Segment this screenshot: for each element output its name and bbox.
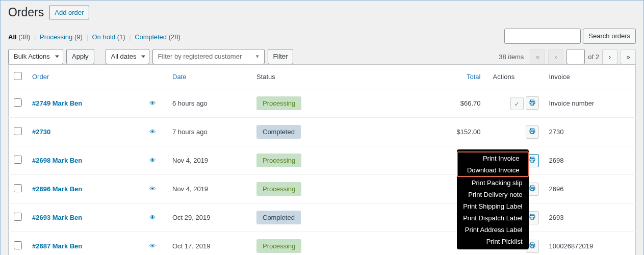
check-icon (514, 100, 519, 108)
search-input[interactable] (504, 29, 581, 44)
order-link[interactable]: #2749 Mark Ben (32, 99, 82, 107)
svg-rect-7 (531, 189, 534, 191)
print-order-button[interactable] (526, 96, 539, 110)
status-badge[interactable]: Processing (256, 239, 301, 253)
eye-icon[interactable]: 👁 (149, 242, 156, 250)
prev-page-button[interactable]: ‹ (548, 49, 563, 64)
order-date: Nov 4, 2019 (167, 175, 251, 203)
select-row-checkbox[interactable] (14, 184, 22, 192)
filter-completed[interactable]: Completed (135, 33, 167, 41)
order-date: Nov 4, 2019 (167, 146, 251, 175)
printer-icon (529, 242, 536, 250)
status-badge[interactable]: Completed (256, 125, 301, 139)
menu-print-shipping-label[interactable]: Print Shipping Label (457, 200, 528, 212)
table-row: #2687 Mark Ben 👁 Oct 17, 2019 Processing… (9, 232, 636, 256)
select-all-checkbox[interactable] (14, 72, 22, 80)
add-order-button[interactable]: Add order (49, 6, 89, 19)
select-row-checkbox[interactable] (14, 127, 22, 135)
col-actions: Actions (493, 65, 544, 89)
customer-filter[interactable]: Filter by registered customer ▼ (152, 49, 265, 64)
select-row-checkbox[interactable] (14, 213, 22, 221)
filter-button[interactable]: Filter (268, 49, 294, 64)
filter-all[interactable]: All (8, 33, 17, 41)
current-page-input[interactable] (566, 49, 585, 64)
menu-print-delivery-note[interactable]: Print Delivery note (457, 189, 528, 200)
printer-icon (529, 185, 536, 193)
invoice-number: 2693 (544, 203, 636, 232)
order-total: $152.00 (369, 118, 493, 146)
invoice-number: 100026872019 (544, 232, 636, 256)
status-badge[interactable]: Processing (256, 182, 301, 196)
next-page-button[interactable]: › (602, 49, 617, 64)
items-count: 38 items (499, 53, 524, 61)
filter-completed-count: (28) (169, 33, 181, 41)
page-title: Orders (8, 6, 44, 19)
status-badge[interactable]: Completed (256, 211, 301, 224)
menu-print-picklist[interactable]: Print Picklist (457, 236, 528, 247)
print-dropdown-menu: Print Invoice Download Invoice Print Pac… (457, 149, 528, 249)
col-date[interactable]: Date (172, 73, 186, 81)
filter-all-count: (38) (18, 33, 30, 41)
first-page-button[interactable]: « (530, 49, 545, 64)
order-actions (493, 118, 544, 146)
order-actions: Print Invoice Download Invoice Print Pac… (493, 146, 544, 175)
order-date: 7 hours ago (167, 118, 251, 146)
apply-button[interactable]: Apply (66, 49, 94, 64)
svg-rect-1 (531, 103, 534, 105)
select-row-checkbox[interactable] (14, 156, 22, 164)
dates-filter-select[interactable]: All dates (106, 49, 149, 64)
eye-icon[interactable]: 👁 (149, 214, 156, 221)
filter-on-hold[interactable]: On hold (92, 33, 115, 41)
menu-print-invoice[interactable]: Print Invoice (460, 152, 525, 164)
status-badge[interactable]: Processing (256, 96, 301, 110)
order-total: $66.70 (369, 89, 493, 118)
order-link[interactable]: #2730 (32, 128, 50, 136)
col-total[interactable]: Total (467, 73, 480, 81)
filter-on-hold-count: (1) (117, 33, 125, 41)
caret-down-icon: ▼ (255, 49, 260, 64)
complete-order-button[interactable] (510, 97, 524, 110)
order-link[interactable]: #2698 Mark Ben (32, 157, 82, 164)
invoice-number: 2698 (544, 146, 636, 175)
filter-processing[interactable]: Processing (40, 33, 72, 41)
eye-icon[interactable]: 👁 (149, 157, 156, 164)
eye-icon[interactable]: 👁 (149, 185, 156, 193)
last-page-button[interactable]: » (621, 49, 636, 64)
order-date: 6 hours ago (167, 89, 251, 118)
table-row: #2698 Mark Ben 👁 Nov 4, 2019 Processing … (9, 146, 636, 175)
invoice-number: 2730 (544, 118, 636, 146)
print-order-button[interactable] (526, 125, 539, 139)
select-row-checkbox[interactable] (14, 98, 22, 107)
eye-icon[interactable]: 👁 (149, 99, 156, 107)
menu-print-address-label[interactable]: Print Address Label (457, 224, 528, 236)
invoice-number: 2696 (544, 175, 636, 203)
col-status: Status (251, 65, 369, 89)
order-link[interactable]: #2687 Mark Ben (32, 242, 82, 250)
col-invoice: Invoice (544, 65, 636, 89)
printer-icon (529, 156, 536, 165)
order-link[interactable]: #2693 Mark Ben (32, 214, 82, 221)
search-orders-button[interactable]: Search orders (583, 29, 636, 44)
filter-processing-count: (9) (74, 33, 83, 41)
select-row-checkbox[interactable] (14, 241, 22, 249)
svg-rect-9 (531, 217, 534, 219)
order-actions (493, 89, 544, 118)
svg-rect-5 (531, 160, 534, 162)
svg-rect-11 (531, 246, 534, 248)
menu-print-dispatch-label[interactable]: Print Dispatch Label (457, 212, 528, 224)
printer-icon (529, 213, 536, 222)
menu-print-packing-slip[interactable]: Print Packing slip (457, 177, 528, 189)
order-date: Oct 29, 2019 (167, 203, 251, 232)
printer-icon (529, 128, 536, 136)
eye-icon[interactable]: 👁 (149, 128, 156, 136)
table-row: #2693 Mark Ben 👁 Oct 29, 2019 Completed … (9, 203, 636, 232)
printer-icon (529, 99, 536, 108)
svg-rect-3 (531, 132, 534, 134)
status-badge[interactable]: Processing (256, 154, 301, 167)
menu-download-invoice[interactable]: Download Invoice (460, 164, 525, 176)
bulk-actions-select[interactable]: Bulk Actions (8, 49, 63, 64)
order-link[interactable]: #2696 Mark Ben (32, 185, 82, 193)
col-order[interactable]: Order (32, 73, 49, 81)
invoice-number: Invoice number (544, 89, 636, 118)
table-row: #2730 👁 7 hours ago Completed $152.00 27… (9, 118, 636, 146)
